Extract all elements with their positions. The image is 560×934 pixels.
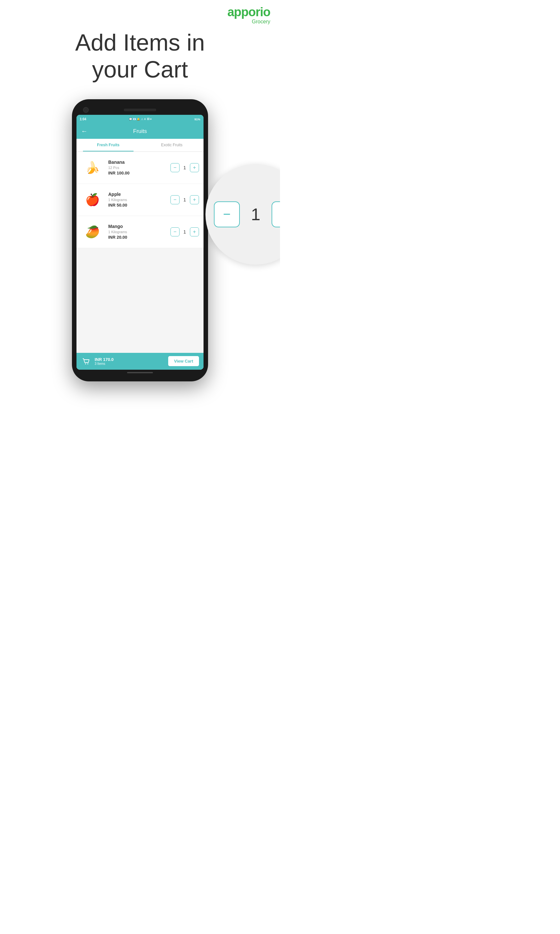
- phone-speaker: [124, 109, 156, 111]
- product-price-apple: INR 50.00: [108, 203, 171, 208]
- product-name-apple: Apple: [108, 192, 171, 197]
- product-qty-banana: 12 Pcs: [108, 166, 171, 170]
- product-price-mango: INR 20.00: [108, 235, 171, 240]
- decrease-mango[interactable]: −: [171, 227, 180, 236]
- product-list: 🍌 Banana 12 Pcs INR 100.00 − 1 + 🍎: [77, 152, 203, 248]
- product-image-mango: 🥭: [81, 220, 104, 243]
- product-item-apple: 🍎 Apple 1 Kilograms INR 50.00 − 1 +: [77, 184, 203, 216]
- product-controls-mango: − 1 +: [171, 227, 199, 236]
- product-qty-apple: 1 Kilograms: [108, 198, 171, 202]
- cart-icon: [81, 356, 91, 367]
- product-controls-apple: − 1 +: [171, 195, 199, 204]
- product-item-banana: 🍌 Banana 12 Pcs INR 100.00 − 1 +: [77, 152, 203, 184]
- product-controls-banana: − 1 +: [171, 163, 199, 172]
- tab-fresh-fruits-label: Fresh Fruits: [97, 143, 119, 147]
- phone-bottom: [77, 370, 203, 376]
- cart-total: INR 170.0: [95, 357, 114, 362]
- increase-mango[interactable]: +: [190, 227, 199, 236]
- phone-mockup: 1:04 💬 📧 🔔 ⚠ ⬇ 🖼 ♥ 91% ← Fruits Fresh Fr…: [0, 99, 280, 381]
- status-time: 1:04: [80, 117, 86, 121]
- svg-point-0: [85, 363, 86, 364]
- magnify-count: 1: [248, 205, 264, 224]
- view-cart-button[interactable]: View Cart: [168, 356, 199, 366]
- cart-items-count: 3 Items: [95, 362, 114, 365]
- product-image-banana: 🍌: [81, 156, 104, 179]
- qty-count-banana: 1: [182, 165, 187, 170]
- product-image-apple: 🍎: [81, 188, 104, 211]
- status-battery: 91%: [194, 118, 200, 121]
- magnify-increase-button[interactable]: +: [272, 201, 280, 227]
- product-item-mango: 🥭 Mango 1 Kilograms INR 20.00 − 1 +: [77, 216, 203, 248]
- phone-sensor: [191, 107, 197, 113]
- decrease-apple[interactable]: −: [171, 195, 180, 204]
- status-icons-text: 💬 📧 🔔 ⚠ ⬇ 🖼 ♥: [129, 118, 152, 121]
- status-icons: 💬 📧 🔔 ⚠ ⬇ 🖼 ♥: [129, 118, 152, 121]
- back-button[interactable]: ←: [81, 128, 88, 135]
- app-header: ← Fruits: [77, 124, 203, 139]
- phone-top-hardware: [77, 105, 203, 115]
- logo-text: apporio: [228, 6, 270, 18]
- tab-fresh-fruits[interactable]: Fresh Fruits: [77, 139, 140, 151]
- cart-footer-left: INR 170.0 3 Items: [81, 356, 114, 367]
- tab-exotic-fruits[interactable]: Exotic Fruits: [140, 139, 203, 151]
- product-info-banana: Banana 12 Pcs INR 100.00: [108, 160, 171, 176]
- phone-outer: 1:04 💬 📧 🔔 ⚠ ⬇ 🖼 ♥ 91% ← Fruits Fresh Fr…: [72, 99, 208, 381]
- qty-count-mango: 1: [182, 229, 187, 234]
- screen-title: Fruits: [133, 128, 147, 134]
- heading-line1: Add Items in: [75, 29, 205, 55]
- increase-banana[interactable]: +: [190, 163, 199, 172]
- status-bar: 1:04 💬 📧 🔔 ⚠ ⬇ 🖼 ♥ 91%: [77, 115, 203, 124]
- product-info-mango: Mango 1 Kilograms INR 20.00: [108, 224, 171, 240]
- tab-exotic-fruits-label: Exotic Fruits: [161, 143, 183, 147]
- product-name-banana: Banana: [108, 160, 171, 165]
- product-qty-mango: 1 Kilograms: [108, 230, 171, 234]
- svg-point-1: [88, 363, 88, 364]
- cart-footer: INR 170.0 3 Items View Cart: [77, 353, 203, 370]
- product-info-apple: Apple 1 Kilograms INR 50.00: [108, 192, 171, 208]
- decrease-banana[interactable]: −: [171, 163, 180, 172]
- phone-screen: 1:04 💬 📧 🔔 ⚠ ⬇ 🖼 ♥ 91% ← Fruits Fresh Fr…: [77, 115, 203, 370]
- qty-count-apple: 1: [182, 197, 187, 202]
- phone-camera: [83, 107, 89, 113]
- product-name-mango: Mango: [108, 224, 171, 229]
- logo-subtitle: Grocery: [228, 19, 270, 25]
- product-price-banana: INR 100.00: [108, 171, 171, 176]
- tab-bar: Fresh Fruits Exotic Fruits: [77, 139, 203, 152]
- logo-area: apporio Grocery: [228, 6, 270, 25]
- magnify-decrease-button[interactable]: −: [214, 201, 240, 227]
- cart-info: INR 170.0 3 Items: [95, 357, 114, 365]
- heading-line2: your Cart: [92, 56, 188, 82]
- increase-apple[interactable]: +: [190, 195, 199, 204]
- home-indicator: [127, 372, 153, 373]
- magnify-circle: − 1 +: [205, 164, 280, 265]
